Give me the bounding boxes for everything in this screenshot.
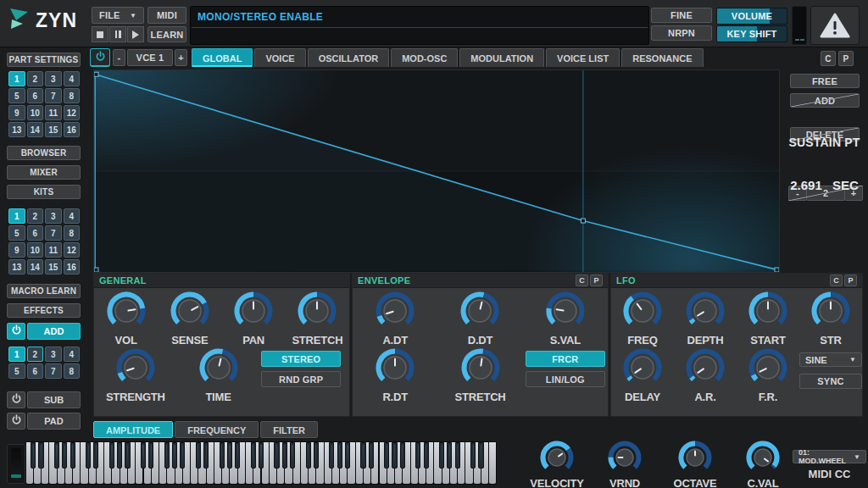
piano-key-black[interactable]: [455, 442, 460, 469]
vrnd-knob[interactable]: [608, 441, 642, 478]
fine-button[interactable]: FINE: [651, 8, 712, 23]
part-select-12[interactable]: 12: [64, 105, 81, 120]
macro-learn-button[interactable]: MACRO LEARN: [7, 284, 81, 298]
piano-key-black[interactable]: [345, 442, 350, 469]
piano-key-black[interactable]: [117, 442, 122, 469]
warning-button[interactable]: [810, 6, 860, 45]
piano-key-black[interactable]: [93, 442, 98, 469]
lfo-paste-button[interactable]: P: [844, 274, 857, 286]
piano-key-black[interactable]: [329, 442, 334, 469]
kit-select-8[interactable]: 8: [64, 225, 81, 241]
kit-select-6[interactable]: 6: [27, 225, 44, 241]
lfo-wave-dropdown[interactable]: SINE ▼: [799, 352, 862, 367]
piano-key-black[interactable]: [203, 442, 209, 469]
kit-select-9[interactable]: 9: [8, 242, 25, 258]
frcr-button[interactable]: FRCR: [526, 351, 605, 367]
octave-knob[interactable]: [678, 441, 712, 478]
piano-key-black[interactable]: [274, 442, 279, 469]
stop-button[interactable]: [92, 26, 108, 42]
free-mode-button[interactable]: FREE: [790, 74, 860, 88]
voice-minus-button[interactable]: -: [113, 49, 125, 66]
lfo-sync-button[interactable]: SYNC: [799, 374, 862, 389]
key-shift-slider[interactable]: KEY SHIFT: [716, 25, 787, 42]
part-select-14[interactable]: 14: [27, 122, 44, 137]
piano-key-black[interactable]: [38, 442, 43, 469]
kit-select-2[interactable]: 2: [27, 208, 44, 224]
part-select-16[interactable]: 16: [64, 122, 81, 137]
midi-cc-dropdown[interactable]: 01: MOD.WHEEL ▼: [793, 450, 866, 463]
piano-key-black[interactable]: [424, 442, 429, 469]
a-dt-knob[interactable]: [376, 291, 415, 334]
part-select-5[interactable]: 5: [8, 88, 25, 103]
kit-select-10[interactable]: 10: [27, 242, 44, 258]
piano-key-black[interactable]: [235, 442, 240, 469]
pad-power-button[interactable]: [7, 413, 25, 430]
piano-key-black[interactable]: [180, 442, 185, 469]
piano-key-black[interactable]: [172, 442, 177, 469]
time-knob[interactable]: [199, 348, 238, 391]
rnd-grp-button[interactable]: RND GRP: [261, 371, 341, 387]
voice-select-1[interactable]: 1: [8, 347, 25, 362]
kit-select-12[interactable]: 12: [64, 242, 81, 258]
part-select-9[interactable]: 9: [8, 105, 25, 120]
piano-key-black[interactable]: [306, 442, 311, 469]
keyboard-fader[interactable]: [7, 444, 25, 484]
start-knob[interactable]: [748, 291, 787, 334]
vol-knob[interactable]: [107, 291, 146, 334]
voice-power-button[interactable]: [90, 48, 110, 67]
kit-select-3[interactable]: 3: [45, 208, 62, 224]
pan-knob[interactable]: [234, 291, 273, 334]
piano-key-black[interactable]: [290, 442, 295, 469]
stretch-knob[interactable]: [298, 291, 337, 334]
piano-key-white[interactable]: [489, 442, 496, 484]
piano-key-black[interactable]: [62, 442, 67, 469]
str-knob[interactable]: [811, 291, 850, 334]
tab-global[interactable]: GLOBAL: [192, 48, 253, 67]
voice-select-6[interactable]: 6: [27, 363, 44, 379]
voice-select-2[interactable]: 2: [27, 347, 44, 362]
paste-button[interactable]: P: [838, 51, 854, 66]
piano-key-black[interactable]: [251, 442, 256, 469]
piano-key-black[interactable]: [227, 442, 232, 469]
velocity-knob[interactable]: [540, 441, 574, 478]
kits-button[interactable]: KITS: [7, 185, 81, 199]
r-dt-knob[interactable]: [376, 348, 415, 391]
piano-key-black[interactable]: [141, 442, 146, 469]
voice-select-4[interactable]: 4: [64, 347, 81, 362]
freq-knob[interactable]: [623, 291, 662, 334]
kit-select-4[interactable]: 4: [64, 208, 81, 224]
tab-filter[interactable]: FILTER: [260, 421, 318, 438]
piano-key-black[interactable]: [392, 442, 397, 469]
depth-knob[interactable]: [686, 291, 725, 334]
part-select-11[interactable]: 11: [45, 105, 62, 120]
piano-key-black[interactable]: [369, 442, 374, 469]
part-select-1[interactable]: 1: [8, 71, 25, 86]
envelope-copy-button[interactable]: C: [576, 274, 588, 286]
piano-key-black[interactable]: [220, 442, 225, 469]
piano-key-black[interactable]: [470, 442, 476, 469]
part-select-15[interactable]: 15: [45, 122, 62, 137]
piano-key-black[interactable]: [164, 442, 170, 469]
part-select-6[interactable]: 6: [27, 88, 44, 103]
voice-select-7[interactable]: 7: [45, 363, 62, 379]
play-button[interactable]: [127, 26, 144, 42]
kit-select-1[interactable]: 1: [8, 208, 25, 224]
a-r-knob[interactable]: [686, 348, 725, 391]
part-select-3[interactable]: 3: [45, 71, 62, 86]
add-power-button[interactable]: [7, 323, 25, 340]
tab-amplitude[interactable]: AMPLITUDE: [93, 421, 173, 438]
mixer-button[interactable]: MIXER: [7, 165, 81, 180]
piano-key-black[interactable]: [439, 442, 444, 469]
tab-frequency[interactable]: FREQUENCY: [175, 421, 259, 438]
part-select-10[interactable]: 10: [27, 105, 44, 120]
stretch-knob[interactable]: [461, 348, 500, 391]
part-settings-button[interactable]: PART SETTINGS: [7, 53, 81, 67]
lfo-copy-button[interactable]: C: [830, 274, 843, 286]
voice-select-8[interactable]: 8: [64, 363, 81, 379]
d-dt-knob[interactable]: [460, 291, 499, 334]
piano-key-black[interactable]: [282, 442, 287, 469]
envelope-graph[interactable]: [93, 69, 780, 273]
pad-engine-button[interactable]: PAD: [27, 413, 81, 430]
sub-engine-button[interactable]: SUB: [27, 391, 81, 408]
add-point-button[interactable]: ADD: [790, 93, 860, 108]
